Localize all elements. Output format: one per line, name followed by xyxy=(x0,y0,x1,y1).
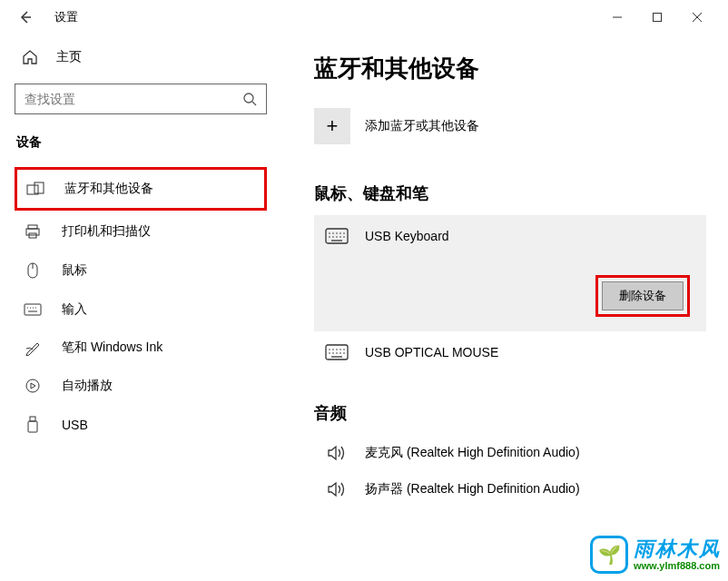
add-device-label: 添加蓝牙或其他设备 xyxy=(365,118,479,134)
svg-point-32 xyxy=(343,236,345,238)
svg-point-37 xyxy=(336,349,338,350)
speaker-icon xyxy=(325,444,349,462)
device-item-keyboard[interactable]: USB Keyboard 删除设备 xyxy=(314,215,706,331)
watermark-logo-icon: 🌱 xyxy=(590,536,628,574)
sidebar-item-label: 自动播放 xyxy=(62,378,113,394)
svg-point-25 xyxy=(336,232,338,234)
page-title: 蓝牙和其他设备 xyxy=(314,53,728,84)
remove-device-button[interactable]: 删除设备 xyxy=(602,281,684,310)
sidebar-item-label: USB xyxy=(62,418,88,432)
sidebar-item-label: 输入 xyxy=(62,301,87,318)
svg-point-27 xyxy=(343,232,345,234)
svg-point-42 xyxy=(336,352,338,354)
keyboard-icon xyxy=(24,303,42,316)
keyboard-icon xyxy=(325,344,349,360)
svg-point-36 xyxy=(332,349,334,350)
home-icon xyxy=(22,49,38,65)
home-link[interactable]: 主页 xyxy=(15,45,267,69)
watermark: 🌱 雨林木风 www.ylmf888.com xyxy=(590,536,721,574)
remove-highlight: 删除设备 xyxy=(595,275,690,317)
svg-rect-9 xyxy=(26,229,39,235)
add-device-button[interactable]: + xyxy=(314,108,350,144)
svg-rect-8 xyxy=(28,225,37,229)
home-label: 主页 xyxy=(56,49,82,65)
section-mouse-keyboard: 鼠标、键盘和笔 xyxy=(314,182,728,204)
content-area: 蓝牙和其他设备 + 添加蓝牙或其他设备 鼠标、键盘和笔 USB Keyboard… xyxy=(281,34,728,581)
watermark-url: www.ylmf888.com xyxy=(634,560,721,571)
pen-icon xyxy=(24,340,42,356)
svg-point-23 xyxy=(329,232,330,234)
svg-point-31 xyxy=(339,236,341,238)
sidebar-item-label: 打印机和扫描仪 xyxy=(62,223,151,240)
audio-name: 麦克风 (Realtek High Definition Audio) xyxy=(365,445,580,461)
audio-item-microphone[interactable]: 麦克风 (Realtek High Definition Audio) xyxy=(314,435,728,471)
search-input[interactable] xyxy=(25,92,242,106)
svg-line-5 xyxy=(252,102,256,105)
search-box[interactable] xyxy=(15,84,267,114)
svg-point-26 xyxy=(339,232,341,234)
section-audio: 音频 xyxy=(314,402,728,424)
mouse-icon xyxy=(24,261,42,280)
device-item-mouse[interactable]: USB OPTICAL MOUSE xyxy=(314,331,706,375)
svg-rect-13 xyxy=(25,304,41,315)
svg-point-38 xyxy=(339,349,341,350)
sidebar-item-usb[interactable]: USB xyxy=(15,405,267,445)
maximize-button[interactable] xyxy=(648,8,666,26)
svg-point-43 xyxy=(339,352,341,354)
sidebar-item-label: 笔和 Windows Ink xyxy=(62,340,162,356)
svg-rect-20 xyxy=(30,417,35,421)
add-device-row[interactable]: + 添加蓝牙或其他设备 xyxy=(314,108,728,144)
svg-point-39 xyxy=(343,349,345,350)
svg-point-29 xyxy=(332,236,334,238)
svg-point-24 xyxy=(332,232,334,234)
autoplay-icon xyxy=(24,378,42,394)
search-icon xyxy=(242,92,257,106)
sidebar-item-printers[interactable]: 打印机和扫描仪 xyxy=(15,212,267,251)
svg-point-44 xyxy=(343,352,345,354)
audio-item-speaker[interactable]: 扬声器 (Realtek High Definition Audio) xyxy=(314,471,728,507)
close-button[interactable] xyxy=(688,8,706,26)
device-name: USB Keyboard xyxy=(365,229,449,243)
svg-point-35 xyxy=(329,349,330,350)
svg-point-30 xyxy=(336,236,338,238)
sidebar-item-pen[interactable]: 笔和 Windows Ink xyxy=(15,329,267,367)
audio-name: 扬声器 (Realtek High Definition Audio) xyxy=(365,481,580,497)
sidebar: 主页 设备 蓝牙和其他设备 打印机和扫描仪 xyxy=(0,34,281,581)
plus-icon: + xyxy=(327,114,339,138)
printer-icon xyxy=(24,223,42,240)
device-name: USB OPTICAL MOUSE xyxy=(365,345,498,359)
sidebar-item-label: 蓝牙和其他设备 xyxy=(64,181,153,197)
svg-point-4 xyxy=(244,94,253,103)
svg-point-19 xyxy=(26,379,39,392)
sidebar-item-bluetooth[interactable]: 蓝牙和其他设备 xyxy=(15,167,267,211)
speaker-icon xyxy=(325,480,349,498)
category-label: 设备 xyxy=(15,134,267,151)
watermark-text: 雨林木风 xyxy=(634,538,721,560)
sidebar-item-label: 鼠标 xyxy=(62,262,87,279)
svg-rect-21 xyxy=(28,421,37,432)
window-title: 设置 xyxy=(54,9,78,25)
back-button[interactable] xyxy=(11,3,40,32)
devices-icon xyxy=(26,182,44,196)
svg-point-40 xyxy=(329,352,330,354)
sidebar-item-autoplay[interactable]: 自动播放 xyxy=(15,367,267,405)
minimize-button[interactable] xyxy=(608,8,626,26)
usb-icon xyxy=(24,416,42,434)
keyboard-icon xyxy=(325,228,349,244)
sidebar-item-mouse[interactable]: 鼠标 xyxy=(15,251,267,290)
svg-rect-7 xyxy=(34,182,44,193)
svg-rect-1 xyxy=(654,14,662,22)
svg-point-28 xyxy=(329,236,330,238)
svg-point-41 xyxy=(332,352,334,354)
sidebar-item-input[interactable]: 输入 xyxy=(15,290,267,329)
